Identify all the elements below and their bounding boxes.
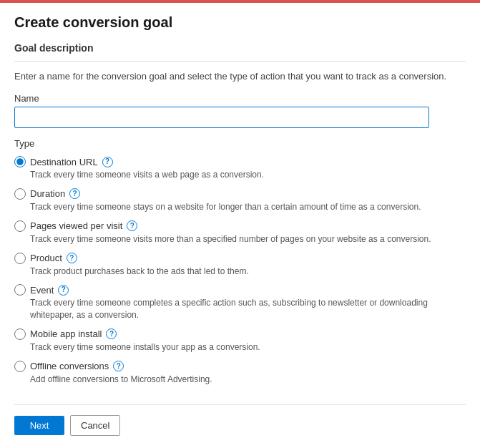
next-button[interactable]: Next: [14, 416, 64, 435]
description-text: Enter a name for the conversion goal and…: [14, 70, 466, 83]
help-icon-mobile-app-install[interactable]: ?: [106, 328, 117, 339]
name-input[interactable]: [14, 107, 429, 128]
radio-pages-viewed[interactable]: [14, 220, 26, 232]
radio-mobile-app-install[interactable]: [14, 328, 26, 340]
radio-desc-product: Track product purchases back to the ads …: [14, 266, 466, 278]
section-label: Goal description: [14, 42, 466, 54]
radio-label-pages-viewed[interactable]: Pages viewed per visit: [30, 220, 122, 231]
help-icon-offline-conversions[interactable]: ?: [113, 361, 124, 371]
help-icon-pages-viewed[interactable]: ?: [127, 220, 137, 231]
radio-desc-mobile-app-install: Track every time someone installs your a…: [14, 341, 466, 354]
radio-label-mobile-app-install[interactable]: Mobile app install: [30, 328, 102, 339]
radio-label-duration[interactable]: Duration: [30, 188, 65, 199]
help-icon-product[interactable]: ?: [67, 253, 77, 263]
radio-desc-duration: Track every time someone stays on a webs…: [14, 201, 466, 213]
radio-desc-offline-conversions: Add offline conversions to Microsoft Adv…: [14, 374, 466, 386]
radio-label-event[interactable]: Event: [30, 285, 54, 296]
radio-product[interactable]: [14, 253, 26, 264]
radio-desc-event: Track every time someone completes a spe…: [14, 297, 466, 321]
radio-desc-pages-viewed: Track every time someone visits more tha…: [14, 233, 466, 245]
radio-item-mobile-app-install: Mobile app install?Track every time some…: [14, 328, 466, 354]
radio-item-duration: Duration?Track every time someone stays …: [14, 188, 466, 213]
help-icon-destination-url[interactable]: ?: [102, 157, 113, 167]
radio-item-offline-conversions: Offline conversions?Add offline conversi…: [14, 361, 466, 386]
page-title: Create conversion goal: [14, 14, 466, 31]
radio-event[interactable]: [14, 284, 26, 296]
radio-duration[interactable]: [14, 188, 26, 200]
radio-label-offline-conversions[interactable]: Offline conversions: [30, 361, 109, 371]
name-label: Name: [14, 93, 466, 104]
radio-label-destination-url[interactable]: Destination URL: [30, 157, 98, 167]
radio-destination-url[interactable]: [14, 156, 26, 167]
help-icon-event[interactable]: ?: [58, 285, 69, 296]
radio-item-pages-viewed: Pages viewed per visit?Track every time …: [14, 220, 466, 245]
help-icon-duration[interactable]: ?: [69, 188, 80, 199]
radio-desc-destination-url: Track every time someone visits a web pa…: [14, 169, 466, 181]
radio-group: Destination URL?Track every time someone…: [14, 156, 466, 392]
radio-offline-conversions[interactable]: [14, 361, 26, 372]
radio-item-event: Event?Track every time someone completes…: [14, 284, 466, 321]
divider: [14, 61, 466, 62]
footer: Next Cancel: [14, 404, 466, 436]
type-label: Type: [14, 138, 466, 149]
radio-item-destination-url: Destination URL?Track every time someone…: [14, 156, 466, 181]
radio-item-product: Product?Track product purchases back to …: [14, 253, 466, 278]
radio-label-product[interactable]: Product: [30, 253, 62, 263]
cancel-button[interactable]: Cancel: [70, 415, 120, 436]
